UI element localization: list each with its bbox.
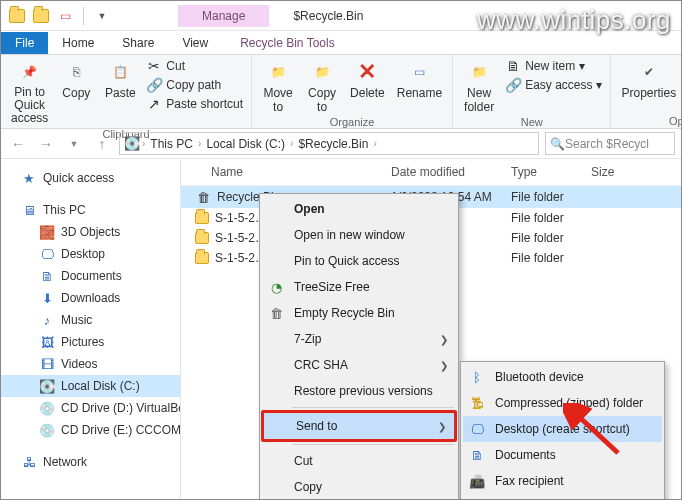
- group-label-new: New: [521, 116, 543, 128]
- folder-icon: [195, 212, 209, 224]
- sendto-compressed[interactable]: 🗜Compressed (zipped) folder: [463, 390, 662, 416]
- breadcrumb[interactable]: 💽 › This PC › Local Disk (C:) › $Recycle…: [119, 132, 539, 155]
- move-icon: 📁: [265, 59, 291, 85]
- new-folder-button[interactable]: 📁New folder: [459, 57, 499, 116]
- ctx-empty-recycle-bin[interactable]: 🗑Empty Recycle Bin: [262, 300, 456, 326]
- delete-button[interactable]: ✕Delete: [346, 57, 389, 102]
- path-icon: 🔗: [146, 77, 162, 93]
- qat-properties-icon[interactable]: ▭: [55, 6, 75, 26]
- chevron-right-icon: ❯: [440, 360, 448, 371]
- qat-dropdown-icon[interactable]: ▼: [92, 6, 112, 26]
- paste-icon: 📋: [107, 59, 133, 85]
- disc-icon: 💿: [39, 422, 55, 438]
- nav-pictures[interactable]: 🖼Pictures: [1, 331, 180, 353]
- qat-folder-icon[interactable]: [31, 6, 51, 26]
- ctx-treesize[interactable]: ◔TreeSize Free: [262, 274, 456, 300]
- pictures-icon: 🖼: [39, 334, 55, 350]
- nav-videos[interactable]: 🎞Videos: [1, 353, 180, 375]
- ribbon-group-new: 📁New folder 🗎New item ▾ 🔗Easy access ▾ N…: [453, 55, 611, 128]
- desktop-icon: 🖵: [467, 421, 487, 437]
- tab-share[interactable]: Share: [108, 32, 168, 54]
- paste-button[interactable]: 📋 Paste: [100, 57, 140, 102]
- ctx-pin-quick-access[interactable]: Pin to Quick access: [262, 248, 456, 274]
- videos-icon: 🎞: [39, 356, 55, 372]
- disc-icon: 💿: [39, 400, 55, 416]
- sendto-bluetooth[interactable]: ᛒBluetooth device: [463, 364, 662, 390]
- nav-3d-objects[interactable]: 🧱3D Objects: [1, 221, 180, 243]
- breadcrumb-item[interactable]: $Recycle.Bin: [295, 137, 371, 151]
- copy-button[interactable]: ⎘ Copy: [56, 57, 96, 102]
- drive-icon: 💽: [39, 378, 55, 394]
- sendto-documents[interactable]: 🗎Documents: [463, 442, 662, 468]
- cube-icon: 🧱: [39, 224, 55, 240]
- send-to-submenu: ᛒBluetooth device 🗜Compressed (zipped) f…: [460, 361, 665, 500]
- network-icon: 🖧: [21, 454, 37, 470]
- rename-button[interactable]: ▭Rename: [393, 57, 446, 102]
- breadcrumb-item[interactable]: This PC: [147, 137, 196, 151]
- tab-recycle-bin-tools[interactable]: Recycle Bin Tools: [226, 32, 349, 54]
- tab-file[interactable]: File: [1, 32, 48, 54]
- address-bar: ← → ▼ ↑ 💽 › This PC › Local Disk (C:) › …: [1, 129, 681, 159]
- nav-documents[interactable]: 🗎Documents: [1, 265, 180, 287]
- nav-network[interactable]: 🖧Network: [1, 451, 180, 473]
- star-icon: ★: [21, 170, 37, 186]
- ctx-send-to[interactable]: Send to❯: [264, 413, 454, 439]
- nav-cd-e[interactable]: 💿CD Drive (E:) CCCOMA_X64FRE_: [1, 419, 180, 441]
- copy-path-button[interactable]: 🔗Copy path: [144, 76, 245, 94]
- back-button[interactable]: ←: [7, 133, 29, 155]
- nav-this-pc[interactable]: 🖥This PC: [1, 199, 180, 221]
- column-headers[interactable]: Name Date modified Type Size: [181, 159, 681, 186]
- nav-cd-d[interactable]: 💿CD Drive (D:) VirtualBox Guest A: [1, 397, 180, 419]
- paste-shortcut-button[interactable]: ↗Paste shortcut: [144, 95, 245, 113]
- easy-access-button[interactable]: 🔗Easy access ▾: [503, 76, 604, 94]
- ctx-open-new-window[interactable]: Open in new window: [262, 222, 456, 248]
- cut-icon: ✂: [146, 58, 162, 74]
- nav-desktop[interactable]: 🖵Desktop: [1, 243, 180, 265]
- col-type[interactable]: Type: [511, 165, 591, 179]
- forward-button[interactable]: →: [35, 133, 57, 155]
- shortcut-icon: ↗: [146, 96, 162, 112]
- col-date[interactable]: Date modified: [391, 165, 511, 179]
- divider: [83, 7, 84, 25]
- pin-to-quick-access-button[interactable]: 📌 Pin to Quick access: [7, 57, 52, 128]
- ctx-restore-previous[interactable]: Restore previous versions: [262, 378, 456, 404]
- navigation-pane: ★Quick access 🖥This PC 🧱3D Objects 🖵Desk…: [1, 159, 181, 500]
- fax-icon: 📠: [467, 473, 487, 489]
- ctx-crc-sha[interactable]: CRC SHA❯: [262, 352, 456, 378]
- nav-quick-access[interactable]: ★Quick access: [1, 167, 180, 189]
- ctx-cut[interactable]: Cut: [262, 448, 456, 474]
- move-to-button[interactable]: 📁Move to: [258, 57, 298, 116]
- sendto-fax[interactable]: 📠Fax recipient: [463, 468, 662, 494]
- bluetooth-icon: ᛒ: [467, 369, 487, 385]
- cut-button[interactable]: ✂Cut: [144, 57, 245, 75]
- context-menu: Open Open in new window Pin to Quick acc…: [259, 193, 459, 500]
- ctx-7zip[interactable]: 7-Zip❯: [262, 326, 456, 352]
- ctx-open[interactable]: Open: [262, 196, 456, 222]
- drive-icon: 💽: [124, 136, 140, 152]
- breadcrumb-item[interactable]: Local Disk (C:): [203, 137, 288, 151]
- pc-icon: 🖥: [21, 202, 37, 218]
- new-item-button[interactable]: 🗎New item ▾: [503, 57, 604, 75]
- ribbon-group-organize: 📁Move to 📁Copy to ✕Delete ▭Rename Organi…: [252, 55, 453, 128]
- up-button[interactable]: ↑: [91, 133, 113, 155]
- search-input[interactable]: 🔍 Search $Recycl: [545, 132, 675, 155]
- copy-icon: ⎘: [63, 59, 89, 85]
- zip-icon: 🗜: [467, 395, 487, 411]
- properties-button[interactable]: ✔Properties: [617, 57, 680, 102]
- manage-context-tab[interactable]: Manage: [178, 5, 269, 27]
- pin-icon: 📌: [17, 59, 43, 85]
- desktop-icon: 🖵: [39, 246, 55, 262]
- tab-view[interactable]: View: [168, 32, 222, 54]
- copy-to-button[interactable]: 📁Copy to: [302, 57, 342, 116]
- tab-home[interactable]: Home: [48, 32, 108, 54]
- col-size[interactable]: Size: [591, 165, 671, 179]
- recent-button[interactable]: ▼: [63, 133, 85, 155]
- col-name[interactable]: Name: [191, 165, 391, 179]
- ctx-copy[interactable]: Copy: [262, 474, 456, 500]
- nav-music[interactable]: ♪Music: [1, 309, 180, 331]
- nav-local-disk[interactable]: 💽Local Disk (C:): [1, 375, 180, 397]
- nav-downloads[interactable]: ⬇Downloads: [1, 287, 180, 309]
- recycle-bin-icon: 🗑: [195, 189, 211, 205]
- folder-icon: [195, 252, 209, 264]
- sendto-desktop-shortcut[interactable]: 🖵Desktop (create shortcut): [463, 416, 662, 442]
